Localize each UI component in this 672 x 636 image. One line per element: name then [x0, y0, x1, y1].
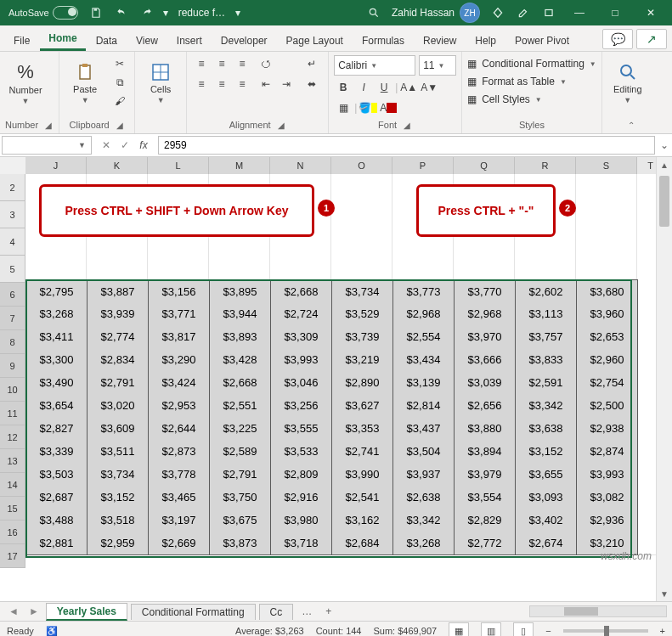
- cell-S12[interactable]: $2,938: [577, 417, 638, 441]
- row-header-16[interactable]: 16: [0, 521, 25, 544]
- cell-O11[interactable]: $3,627: [332, 394, 393, 418]
- close-button[interactable]: ✕: [633, 0, 669, 25]
- cell-S10[interactable]: $2,754: [577, 371, 638, 395]
- cell-L16[interactable]: $3,197: [149, 509, 210, 532]
- cell-Q11[interactable]: $2,656: [455, 394, 516, 418]
- cell-K14[interactable]: $3,734: [88, 463, 149, 487]
- share-button[interactable]: ↗: [636, 29, 667, 49]
- cell-R9[interactable]: $3,833: [516, 348, 577, 372]
- cell-R11[interactable]: $3,342: [516, 394, 577, 418]
- cell-Q13[interactable]: $3,894: [455, 440, 516, 464]
- row-headers[interactable]: 234567891011121314151617: [0, 174, 25, 601]
- undo-icon[interactable]: [109, 0, 134, 25]
- fill-color-icon[interactable]: 🪣: [359, 99, 377, 116]
- italic-button[interactable]: I: [354, 79, 373, 96]
- cell-R6[interactable]: $2,602: [516, 279, 577, 304]
- cell-R17[interactable]: $2,674: [516, 532, 577, 555]
- tab-insert[interactable]: Insert: [168, 30, 211, 51]
- sheet-tab-more[interactable]: …: [296, 604, 317, 619]
- cell-J7[interactable]: $3,268: [25, 302, 88, 326]
- editing-button[interactable]: Editing ▼: [607, 55, 648, 111]
- cell-L5[interactable]: [148, 253, 209, 280]
- align-center-icon[interactable]: ≡: [212, 76, 231, 93]
- cell-N15[interactable]: $2,916: [271, 486, 332, 509]
- zoom-slider[interactable]: [563, 629, 648, 633]
- row-header-9[interactable]: 9: [0, 354, 25, 378]
- expand-formula-bar-icon[interactable]: ⌄: [657, 134, 672, 156]
- cell-L8[interactable]: $3,817: [149, 325, 210, 349]
- cell-J17[interactable]: $2,881: [25, 532, 88, 555]
- cell-R5[interactable]: [515, 253, 576, 280]
- cell-S16[interactable]: $2,936: [577, 509, 638, 532]
- cell-M10[interactable]: $2,668: [210, 371, 271, 395]
- cell-N10[interactable]: $3,046: [271, 371, 332, 395]
- cell-P5[interactable]: [392, 253, 454, 280]
- name-box[interactable]: ▼: [2, 136, 92, 155]
- percent-button[interactable]: % Number ▼: [5, 55, 46, 111]
- cell-N16[interactable]: $3,980: [271, 509, 332, 532]
- cell-L10[interactable]: $3,424: [149, 371, 210, 395]
- row-header-5[interactable]: 5: [0, 256, 25, 283]
- align-middle-icon[interactable]: ≡: [212, 55, 231, 72]
- cell-S3[interactable]: [576, 200, 637, 228]
- dialog-launcher-icon[interactable]: ◢: [43, 120, 54, 130]
- col-header-P[interactable]: P: [392, 157, 454, 174]
- cell-M13[interactable]: $2,589: [210, 440, 271, 464]
- cell-P7[interactable]: $2,968: [393, 302, 455, 326]
- cell-N9[interactable]: $3,993: [271, 348, 332, 372]
- cell-L6[interactable]: $3,156: [149, 279, 210, 304]
- decrease-font-icon[interactable]: A▼: [420, 79, 438, 96]
- fx-icon[interactable]: fx: [136, 139, 151, 151]
- cell-O10[interactable]: $2,890: [332, 371, 393, 395]
- orientation-icon[interactable]: ⭯: [257, 55, 275, 72]
- format-painter-icon[interactable]: 🖌: [110, 93, 129, 110]
- cell-S13[interactable]: $2,874: [577, 440, 638, 464]
- cell-L12[interactable]: $2,644: [149, 417, 210, 441]
- cell-K16[interactable]: $3,518: [88, 509, 149, 532]
- cell-R13[interactable]: $3,152: [516, 440, 577, 464]
- scroll-down-icon[interactable]: ▼: [657, 586, 672, 601]
- row-header-15[interactable]: 15: [0, 497, 25, 521]
- cell-M11[interactable]: $2,551: [210, 394, 271, 418]
- cell-L14[interactable]: $3,778: [149, 463, 210, 487]
- cell-P12[interactable]: $3,437: [393, 417, 455, 441]
- cell-K6[interactable]: $3,887: [88, 279, 149, 304]
- cell-J16[interactable]: $3,488: [25, 509, 88, 532]
- maximize-button[interactable]: □: [597, 0, 633, 25]
- cell-M15[interactable]: $3,750: [210, 486, 271, 509]
- tab-file[interactable]: File: [5, 30, 38, 51]
- cell-S8[interactable]: $2,653: [577, 325, 638, 349]
- cell-P6[interactable]: $3,773: [393, 279, 455, 304]
- row-header-12[interactable]: 12: [0, 425, 25, 449]
- cell-O16[interactable]: $3,162: [332, 509, 393, 532]
- cell-R10[interactable]: $2,591: [516, 371, 577, 395]
- redo-icon[interactable]: [134, 0, 160, 25]
- tab-data[interactable]: Data: [88, 30, 126, 51]
- formula-input[interactable]: 2959: [158, 136, 655, 155]
- row-header-17[interactable]: 17: [0, 544, 25, 568]
- cell-O12[interactable]: $3,353: [332, 417, 393, 441]
- cell-P16[interactable]: $3,342: [393, 509, 455, 532]
- col-header-K[interactable]: K: [87, 157, 148, 174]
- cell-K12[interactable]: $3,609: [88, 417, 149, 441]
- cell-Q16[interactable]: $2,829: [455, 509, 516, 532]
- cell-O14[interactable]: $3,990: [332, 463, 393, 487]
- font-size-dropdown[interactable]: 11▼: [419, 55, 456, 76]
- borders-icon[interactable]: ▦: [334, 99, 353, 116]
- diamond-icon[interactable]: [485, 0, 511, 25]
- view-page-break-icon[interactable]: ▯: [513, 622, 534, 636]
- tab-formulas[interactable]: Formulas: [353, 30, 413, 51]
- cell-Q6[interactable]: $3,770: [455, 279, 516, 304]
- cell-N13[interactable]: $3,533: [271, 440, 332, 464]
- dialog-launcher-icon[interactable]: ◢: [276, 120, 286, 130]
- select-all-corner[interactable]: [0, 157, 26, 175]
- sheet-tab-yearly-sales[interactable]: Yearly Sales: [46, 603, 127, 621]
- cell-N5[interactable]: [270, 253, 331, 280]
- cell-L15[interactable]: $3,465: [149, 486, 210, 509]
- cell-S15[interactable]: $3,082: [577, 486, 638, 509]
- cell-O2[interactable]: [331, 174, 392, 201]
- cell-M5[interactable]: [209, 253, 270, 280]
- col-header-R[interactable]: R: [515, 157, 576, 174]
- conditional-formatting-button[interactable]: ▦Conditional Formatting▼: [467, 55, 596, 72]
- format-as-table-button[interactable]: ▦Format as Table▼: [467, 73, 596, 90]
